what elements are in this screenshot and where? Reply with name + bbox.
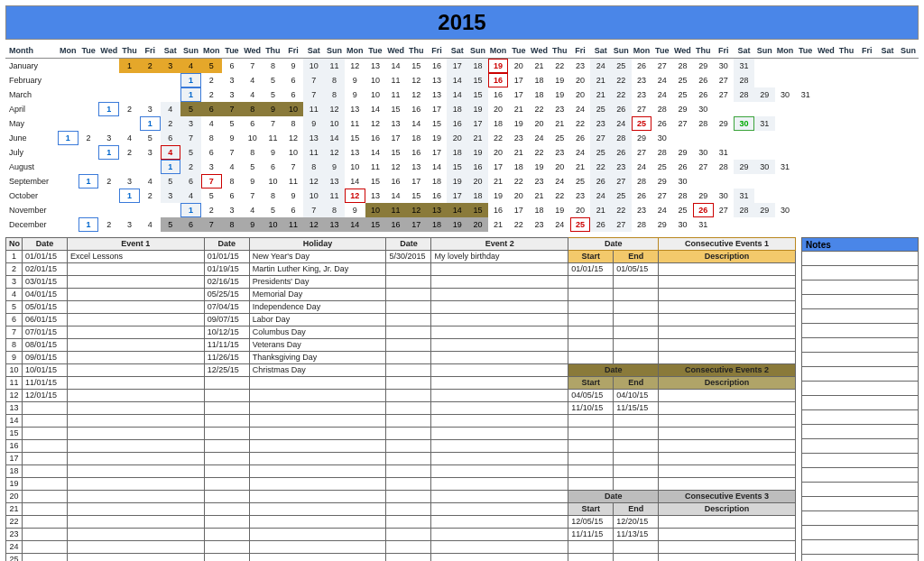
event2-date[interactable] (386, 390, 431, 402)
event1-date[interactable] (23, 541, 68, 554)
note-cell[interactable] (802, 497, 919, 511)
holiday-text[interactable]: Independence Day (249, 301, 386, 314)
event1-text[interactable] (68, 415, 205, 428)
event1-text[interactable] (68, 465, 205, 478)
note-cell[interactable] (802, 252, 919, 266)
ce-desc[interactable] (659, 478, 796, 491)
holiday-text[interactable]: Christmas Day (249, 364, 386, 377)
note-cell[interactable] (802, 511, 919, 526)
event1-text[interactable] (68, 352, 205, 364)
event1-text[interactable] (68, 314, 205, 326)
ce-end[interactable] (614, 276, 659, 289)
event2-date[interactable] (386, 339, 431, 352)
note-cell[interactable] (802, 483, 919, 497)
event1-text[interactable] (68, 503, 205, 516)
event2-date[interactable] (386, 516, 431, 529)
note-cell[interactable] (802, 454, 919, 468)
ce-start[interactable] (568, 339, 614, 352)
ce-desc[interactable] (659, 440, 796, 453)
holiday-date[interactable] (204, 440, 249, 453)
event2-text[interactable] (431, 377, 568, 390)
ce-end[interactable] (614, 428, 659, 440)
note-cell[interactable] (802, 382, 919, 396)
event2-date[interactable] (386, 314, 431, 326)
holiday-text[interactable] (249, 415, 386, 428)
holiday-text[interactable]: New Year's Day (249, 251, 386, 263)
event1-date[interactable] (23, 465, 68, 478)
holiday-text[interactable] (249, 390, 386, 402)
ce-end[interactable] (614, 440, 659, 453)
note-cell[interactable] (802, 540, 919, 555)
ce-start[interactable] (568, 440, 614, 453)
event2-text[interactable] (431, 440, 568, 453)
event1-date[interactable]: 09/01/15 (23, 352, 68, 364)
event1-date[interactable] (23, 428, 68, 440)
event2-date[interactable] (386, 276, 431, 289)
note-cell[interactable] (802, 266, 919, 280)
holiday-text[interactable] (249, 402, 386, 415)
event1-text[interactable] (68, 453, 205, 465)
event2-text[interactable] (431, 453, 568, 465)
ce-end[interactable] (614, 465, 659, 478)
holiday-date[interactable]: 09/07/15 (204, 314, 249, 326)
holiday-date[interactable] (204, 415, 249, 428)
ce-desc[interactable] (659, 301, 796, 314)
ce-desc[interactable] (659, 465, 796, 478)
ce-start[interactable]: 12/05/15 (568, 516, 614, 529)
note-cell[interactable] (802, 309, 919, 324)
event1-date[interactable]: 04/01/15 (23, 289, 68, 301)
event1-date[interactable]: 07/01/15 (23, 326, 68, 339)
ce-end[interactable]: 01/05/15 (614, 263, 659, 276)
holiday-text[interactable] (249, 503, 386, 516)
note-cell[interactable] (802, 324, 919, 338)
event2-date[interactable] (386, 529, 431, 541)
ce-desc[interactable] (659, 402, 796, 415)
ce-start[interactable] (568, 301, 614, 314)
holiday-text[interactable]: Martin Luther King, Jr. Day (249, 263, 386, 276)
event1-date[interactable]: 12/01/15 (23, 390, 68, 402)
holiday-date[interactable]: 02/16/15 (204, 276, 249, 289)
ce-end[interactable] (614, 478, 659, 491)
ce-desc[interactable] (659, 263, 796, 276)
ce-start[interactable] (568, 554, 614, 562)
holiday-date[interactable]: 11/26/15 (204, 352, 249, 364)
event1-text[interactable] (68, 541, 205, 554)
ce-end[interactable]: 12/20/15 (614, 516, 659, 529)
holiday-text[interactable] (249, 529, 386, 541)
event2-text[interactable] (431, 541, 568, 554)
event2-date[interactable] (386, 289, 431, 301)
holiday-text[interactable] (249, 440, 386, 453)
ce-desc[interactable] (659, 276, 796, 289)
event1-date[interactable] (23, 440, 68, 453)
event1-date[interactable] (23, 516, 68, 529)
event2-date[interactable]: 5/30/2015 (386, 251, 431, 263)
ce-end[interactable] (614, 326, 659, 339)
note-cell[interactable] (802, 396, 919, 410)
ce-start[interactable] (568, 465, 614, 478)
event2-date[interactable] (386, 415, 431, 428)
ce-desc[interactable] (659, 554, 796, 562)
event2-date[interactable] (386, 364, 431, 377)
ce-desc[interactable] (659, 326, 796, 339)
ce-start[interactable]: 01/01/15 (568, 263, 614, 276)
event2-text[interactable] (431, 289, 568, 301)
ce-desc[interactable] (659, 390, 796, 402)
event1-text[interactable] (68, 364, 205, 377)
note-cell[interactable] (802, 425, 919, 439)
holiday-date[interactable]: 12/25/15 (204, 364, 249, 377)
ce-start[interactable] (568, 415, 614, 428)
event1-text[interactable] (68, 263, 205, 276)
note-cell[interactable] (802, 367, 919, 382)
holiday-date[interactable] (204, 491, 249, 503)
event2-text[interactable] (431, 516, 568, 529)
event2-date[interactable] (386, 554, 431, 562)
event1-text[interactable] (68, 516, 205, 529)
holiday-text[interactable] (249, 478, 386, 491)
event2-text[interactable] (431, 276, 568, 289)
event1-text[interactable] (68, 339, 205, 352)
event2-date[interactable] (386, 440, 431, 453)
event2-text[interactable] (431, 465, 568, 478)
event2-text[interactable]: My lovely birthday (431, 251, 568, 263)
event2-date[interactable] (386, 428, 431, 440)
event2-date[interactable] (386, 377, 431, 390)
